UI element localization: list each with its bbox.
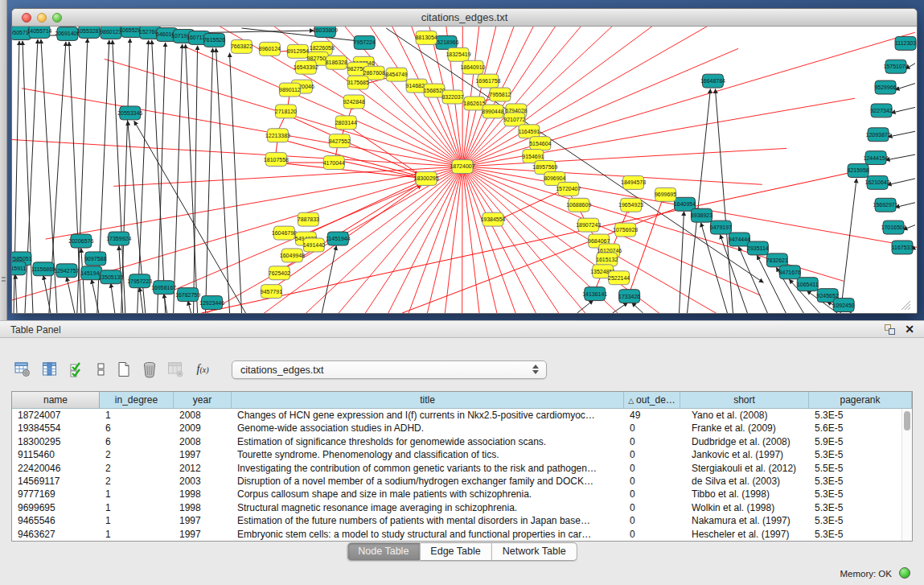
column-header-title[interactable]: title bbox=[232, 392, 624, 408]
graph-node[interactable]: 1112303 bbox=[895, 36, 916, 50]
column-header-short[interactable]: short bbox=[680, 392, 809, 408]
graph-node[interactable]: 14136141 bbox=[582, 287, 607, 301]
graph-node[interactable]: 10688609 bbox=[566, 198, 591, 212]
graph-node[interactable]: 13505135 bbox=[98, 270, 123, 284]
graph-node[interactable]: 20206576 bbox=[68, 234, 93, 248]
graph-node[interactable]: 8471676 bbox=[779, 266, 801, 279]
graph-node[interactable]: 16046798 bbox=[272, 226, 297, 240]
close-panel-icon[interactable]: ✕ bbox=[905, 323, 914, 336]
table-row[interactable]: 1456911722003Disruption of a novel membe… bbox=[12, 475, 912, 488]
graph-node[interactable]: 7957224 bbox=[354, 35, 376, 49]
graph-node[interactable]: 1164591 bbox=[519, 125, 540, 138]
tab-network-table[interactable]: Network Table bbox=[492, 542, 577, 561]
function-builder-button[interactable]: f(x) bbox=[190, 359, 216, 380]
graph-node[interactable]: 1733426 bbox=[618, 290, 640, 303]
graph-node[interactable]: 3175685 bbox=[347, 76, 369, 89]
table-row[interactable]: 1872400712008Changes of HCN gene express… bbox=[12, 409, 912, 422]
graph-node[interactable]: 9210772 bbox=[503, 113, 525, 126]
graph-node[interactable]: 2935114 bbox=[747, 241, 769, 255]
graph-node[interactable]: 2522144 bbox=[608, 271, 630, 285]
column-header-out_de[interactable]: △out_de… bbox=[624, 392, 680, 408]
graph-node[interactable]: 8322037 bbox=[441, 90, 463, 104]
graph-node[interactable]: 8960124 bbox=[259, 42, 281, 56]
graph-node[interactable]: 12923446 bbox=[199, 296, 224, 310]
graph-node[interactable]: 16049948 bbox=[280, 249, 305, 262]
tab-edge-table[interactable]: Edge Table bbox=[420, 542, 491, 561]
column-header-name[interactable]: name bbox=[12, 392, 100, 408]
graph-node[interactable]: 1065411 bbox=[797, 278, 819, 291]
graph-node[interactable]: 5154604 bbox=[529, 137, 551, 150]
graph-node[interactable]: 3915911 bbox=[12, 262, 26, 275]
graph-node[interactable]: 9699695 bbox=[655, 187, 676, 201]
graph-node[interactable]: 7832621 bbox=[766, 253, 788, 267]
column-header-year[interactable]: year bbox=[174, 392, 232, 408]
graph-node[interactable]: 16543392 bbox=[294, 60, 318, 74]
graph-node[interactable]: 16958167 bbox=[151, 281, 176, 295]
network-window-titlebar[interactable]: citations_edges.txt bbox=[12, 9, 917, 27]
graph-node[interactable]: 7615526 bbox=[203, 33, 225, 47]
graph-node[interactable]: 15218966 bbox=[434, 35, 459, 49]
graph-node[interactable]: 16033809 bbox=[313, 27, 338, 37]
graph-node[interactable]: 15692971 bbox=[873, 198, 898, 212]
graph-node[interactable]: 12444154 bbox=[864, 151, 889, 165]
graph-node[interactable]: 15751074 bbox=[884, 60, 909, 73]
graph-node[interactable]: 16782759 bbox=[175, 288, 200, 302]
graph-node[interactable]: 17016504 bbox=[881, 220, 906, 234]
graph-node[interactable]: 10756928 bbox=[613, 223, 638, 237]
network-canvas[interactable]: 5505714140557142069140610553287986012310… bbox=[12, 27, 917, 313]
delete-table-button[interactable] bbox=[138, 359, 161, 380]
graph-node[interactable]: 18325419 bbox=[446, 47, 470, 61]
delete-column-button[interactable] bbox=[164, 359, 187, 380]
table-selector-dropdown[interactable]: citations_edges.txt bbox=[232, 360, 547, 379]
graph-node[interactable]: 12093872 bbox=[866, 128, 891, 142]
graph-node[interactable]: 8990448 bbox=[482, 105, 503, 118]
graph-node[interactable]: 18107558 bbox=[264, 153, 289, 167]
table-row[interactable]: 1830029562008Estimation of significance … bbox=[12, 435, 912, 448]
select-all-button[interactable] bbox=[66, 359, 88, 380]
column-header-pagerank[interactable]: pagerank bbox=[809, 392, 912, 408]
graph-node[interactable]: 2718120 bbox=[275, 105, 297, 118]
table-row[interactable]: 946554611997Estimation of the future num… bbox=[12, 514, 912, 527]
show-columns-button[interactable] bbox=[39, 359, 61, 380]
graph-node[interactable]: 1615132 bbox=[596, 253, 618, 266]
table-row[interactable]: 911546021997Tourette syndrome. Phenomeno… bbox=[12, 448, 912, 461]
table-row[interactable]: 946362711997Embryonic stem cells: a mode… bbox=[12, 528, 912, 541]
graph-node[interactable]: 17957223 bbox=[127, 274, 152, 288]
table-settings-button[interactable] bbox=[11, 359, 34, 380]
new-table-button[interactable] bbox=[113, 359, 135, 380]
graph-node[interactable]: 18300295 bbox=[414, 171, 439, 185]
table-row[interactable]: 2242004622012Investigating the contribut… bbox=[12, 462, 912, 475]
graph-node[interactable]: 9242848 bbox=[343, 95, 365, 109]
graph-node[interactable]: 17359924 bbox=[106, 232, 131, 245]
graph-node[interactable]: 7887833 bbox=[298, 212, 319, 226]
graph-node[interactable]: 12942757 bbox=[54, 264, 79, 278]
graph-node[interactable]: 18494578 bbox=[621, 175, 646, 189]
graph-node[interactable]: 4170044 bbox=[323, 156, 345, 170]
graph-node[interactable]: 11156869 bbox=[31, 262, 55, 276]
table-row[interactable]: 969969511998Structural magnetic resonanc… bbox=[12, 501, 912, 514]
graph-node[interactable]: 10553287 bbox=[76, 27, 101, 38]
graph-node[interactable]: 8938923 bbox=[691, 208, 713, 222]
graph-node[interactable]: 19654923 bbox=[618, 198, 643, 212]
graph-node[interactable]: 19384554 bbox=[480, 212, 505, 226]
column-header-in_degree[interactable]: in_degree bbox=[100, 392, 174, 408]
graph-node[interactable]: 7955812 bbox=[489, 88, 511, 101]
graph-node[interactable]: 7625402 bbox=[269, 266, 290, 280]
graph-node[interactable]: 1092450 bbox=[833, 299, 855, 312]
graph-node[interactable]: 1167533 bbox=[892, 241, 914, 254]
graph-node[interactable]: 15720407 bbox=[556, 182, 581, 196]
graph-node[interactable]: 11451944 bbox=[326, 232, 351, 245]
graph-node[interactable]: 18640910 bbox=[460, 60, 485, 74]
graph-node[interactable]: 7663822 bbox=[231, 39, 253, 53]
table-scrollbar[interactable] bbox=[901, 409, 912, 541]
graph-node[interactable]: 12213383 bbox=[265, 129, 290, 142]
graph-node[interactable]: 20553346 bbox=[117, 106, 142, 120]
graph-node[interactable]: 9097588 bbox=[84, 252, 106, 266]
canvas-resize-grip[interactable] bbox=[901, 301, 910, 310]
graph-node[interactable]: 8454749 bbox=[386, 68, 408, 81]
graph-node[interactable]: 14055714 bbox=[27, 27, 51, 38]
graph-node[interactable]: 8215958 bbox=[848, 164, 869, 178]
graph-node[interactable]: 2803144 bbox=[335, 116, 357, 130]
scrollbar-thumb[interactable] bbox=[904, 411, 910, 431]
graph-node[interactable]: 1491440 bbox=[303, 238, 325, 252]
